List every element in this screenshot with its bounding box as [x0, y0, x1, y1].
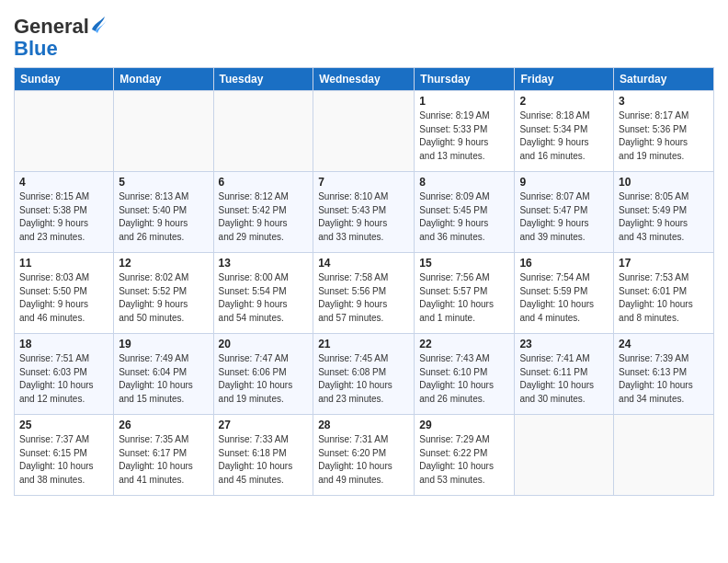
weekday-header-thursday: Thursday: [415, 68, 515, 91]
day-info: Sunrise: 8:02 AM Sunset: 5:52 PM Dayligh…: [119, 271, 208, 325]
calendar-cell: [114, 91, 213, 172]
day-info: Sunrise: 7:33 AM Sunset: 6:18 PM Dayligh…: [219, 433, 309, 487]
day-number: 18: [19, 338, 108, 350]
day-number: 20: [219, 338, 309, 350]
calendar-cell: 1Sunrise: 8:19 AM Sunset: 5:33 PM Daylig…: [415, 91, 515, 172]
day-info: Sunrise: 8:03 AM Sunset: 5:50 PM Dayligh…: [19, 271, 108, 325]
day-info: Sunrise: 7:56 AM Sunset: 5:57 PM Dayligh…: [419, 271, 509, 325]
day-number: 24: [619, 338, 709, 350]
logo-general-text: General: [14, 15, 89, 38]
calendar-cell: [213, 91, 313, 172]
day-number: 28: [318, 419, 409, 431]
calendar-cell: 10Sunrise: 8:05 AM Sunset: 5:49 PM Dayli…: [614, 172, 714, 253]
day-info: Sunrise: 8:12 AM Sunset: 5:42 PM Dayligh…: [219, 190, 309, 244]
logo: General Blue: [14, 13, 107, 60]
calendar-cell: 27Sunrise: 7:33 AM Sunset: 6:18 PM Dayli…: [213, 415, 313, 496]
day-number: 27: [219, 419, 309, 431]
calendar-cell: 26Sunrise: 7:35 AM Sunset: 6:17 PM Dayli…: [114, 415, 213, 496]
day-info: Sunrise: 7:39 AM Sunset: 6:13 PM Dayligh…: [619, 352, 709, 406]
calendar-header-row: SundayMondayTuesdayWednesdayThursdayFrid…: [15, 68, 714, 91]
calendar-week-row: 11Sunrise: 8:03 AM Sunset: 5:50 PM Dayli…: [15, 253, 714, 334]
day-info: Sunrise: 8:07 AM Sunset: 5:47 PM Dayligh…: [519, 190, 609, 244]
calendar-cell: 25Sunrise: 7:37 AM Sunset: 6:15 PM Dayli…: [15, 415, 114, 496]
day-info: Sunrise: 7:37 AM Sunset: 6:15 PM Dayligh…: [19, 433, 108, 487]
day-info: Sunrise: 7:35 AM Sunset: 6:17 PM Dayligh…: [119, 433, 208, 487]
day-number: 23: [519, 338, 609, 350]
calendar-cell: 24Sunrise: 7:39 AM Sunset: 6:13 PM Dayli…: [614, 334, 714, 415]
day-number: 10: [619, 176, 709, 189]
calendar-cell: 11Sunrise: 8:03 AM Sunset: 5:50 PM Dayli…: [15, 253, 114, 334]
weekday-header-tuesday: Tuesday: [213, 68, 313, 91]
day-info: Sunrise: 8:17 AM Sunset: 5:36 PM Dayligh…: [619, 109, 709, 163]
calendar-cell: 16Sunrise: 7:54 AM Sunset: 5:59 PM Dayli…: [515, 253, 614, 334]
calendar-table: SundayMondayTuesdayWednesdayThursdayFrid…: [14, 67, 714, 496]
day-info: Sunrise: 8:10 AM Sunset: 5:43 PM Dayligh…: [318, 190, 409, 244]
calendar-cell: [15, 91, 114, 172]
calendar-cell: 12Sunrise: 8:02 AM Sunset: 5:52 PM Dayli…: [114, 253, 213, 334]
day-number: 9: [519, 176, 609, 189]
calendar-cell: 22Sunrise: 7:43 AM Sunset: 6:10 PM Dayli…: [415, 334, 515, 415]
calendar-cell: 14Sunrise: 7:58 AM Sunset: 5:56 PM Dayli…: [313, 253, 415, 334]
day-number: 19: [119, 338, 208, 350]
day-info: Sunrise: 7:43 AM Sunset: 6:10 PM Dayligh…: [419, 352, 509, 406]
day-number: 6: [219, 176, 309, 189]
day-number: 1: [419, 95, 509, 108]
calendar-week-row: 4Sunrise: 8:15 AM Sunset: 5:38 PM Daylig…: [15, 172, 714, 253]
calendar-cell: 15Sunrise: 7:56 AM Sunset: 5:57 PM Dayli…: [415, 253, 515, 334]
calendar-cell: 5Sunrise: 8:13 AM Sunset: 5:40 PM Daylig…: [114, 172, 213, 253]
calendar-cell: 20Sunrise: 7:47 AM Sunset: 6:06 PM Dayli…: [213, 334, 313, 415]
calendar-week-row: 25Sunrise: 7:37 AM Sunset: 6:15 PM Dayli…: [15, 415, 714, 496]
calendar-cell: 19Sunrise: 7:49 AM Sunset: 6:04 PM Dayli…: [114, 334, 213, 415]
weekday-header-saturday: Saturday: [614, 68, 714, 91]
day-number: 16: [519, 257, 609, 270]
calendar-cell: [313, 91, 415, 172]
day-info: Sunrise: 8:18 AM Sunset: 5:34 PM Dayligh…: [519, 109, 609, 163]
day-number: 14: [318, 257, 409, 270]
day-number: 26: [119, 419, 208, 431]
day-info: Sunrise: 7:45 AM Sunset: 6:08 PM Dayligh…: [318, 352, 409, 406]
day-number: 12: [119, 257, 208, 270]
day-info: Sunrise: 7:41 AM Sunset: 6:11 PM Dayligh…: [519, 352, 609, 406]
calendar-cell: [614, 415, 714, 496]
calendar-cell: 17Sunrise: 7:53 AM Sunset: 6:01 PM Dayli…: [614, 253, 714, 334]
day-number: 7: [318, 176, 409, 189]
day-number: 3: [619, 95, 709, 108]
day-number: 8: [419, 176, 509, 189]
day-info: Sunrise: 8:00 AM Sunset: 5:54 PM Dayligh…: [219, 271, 309, 325]
calendar-week-row: 1Sunrise: 8:19 AM Sunset: 5:33 PM Daylig…: [15, 91, 714, 172]
day-info: Sunrise: 7:47 AM Sunset: 6:06 PM Dayligh…: [219, 352, 309, 406]
calendar-cell: 23Sunrise: 7:41 AM Sunset: 6:11 PM Dayli…: [515, 334, 614, 415]
day-info: Sunrise: 7:31 AM Sunset: 6:20 PM Dayligh…: [318, 433, 409, 487]
logo-bird-icon: [90, 13, 107, 33]
calendar-cell: 28Sunrise: 7:31 AM Sunset: 6:20 PM Dayli…: [313, 415, 415, 496]
day-info: Sunrise: 7:29 AM Sunset: 6:22 PM Dayligh…: [419, 433, 509, 487]
day-number: 5: [119, 176, 208, 189]
calendar-cell: [515, 415, 614, 496]
weekday-header-wednesday: Wednesday: [313, 68, 415, 91]
calendar-cell: 18Sunrise: 7:51 AM Sunset: 6:03 PM Dayli…: [15, 334, 114, 415]
day-info: Sunrise: 7:49 AM Sunset: 6:04 PM Dayligh…: [119, 352, 208, 406]
calendar-cell: 6Sunrise: 8:12 AM Sunset: 5:42 PM Daylig…: [213, 172, 313, 253]
day-info: Sunrise: 8:19 AM Sunset: 5:33 PM Dayligh…: [419, 109, 509, 163]
calendar-cell: 7Sunrise: 8:10 AM Sunset: 5:43 PM Daylig…: [313, 172, 415, 253]
calendar-week-row: 18Sunrise: 7:51 AM Sunset: 6:03 PM Dayli…: [15, 334, 714, 415]
day-info: Sunrise: 8:09 AM Sunset: 5:45 PM Dayligh…: [419, 190, 509, 244]
calendar-cell: 3Sunrise: 8:17 AM Sunset: 5:36 PM Daylig…: [614, 91, 714, 172]
day-info: Sunrise: 8:05 AM Sunset: 5:49 PM Dayligh…: [619, 190, 709, 244]
weekday-header-sunday: Sunday: [15, 68, 114, 91]
day-number: 11: [19, 257, 108, 270]
weekday-header-friday: Friday: [515, 68, 614, 91]
calendar-cell: 29Sunrise: 7:29 AM Sunset: 6:22 PM Dayli…: [415, 415, 515, 496]
calendar-cell: 8Sunrise: 8:09 AM Sunset: 5:45 PM Daylig…: [415, 172, 515, 253]
day-number: 15: [419, 257, 509, 270]
calendar-cell: 21Sunrise: 7:45 AM Sunset: 6:08 PM Dayli…: [313, 334, 415, 415]
calendar-cell: 4Sunrise: 8:15 AM Sunset: 5:38 PM Daylig…: [15, 172, 114, 253]
day-info: Sunrise: 7:51 AM Sunset: 6:03 PM Dayligh…: [19, 352, 108, 406]
day-number: 29: [419, 419, 509, 431]
day-number: 17: [619, 257, 709, 270]
page-header: General Blue: [14, 9, 714, 60]
day-number: 4: [19, 176, 108, 189]
day-number: 13: [219, 257, 309, 270]
day-number: 2: [519, 95, 609, 108]
calendar-cell: 9Sunrise: 8:07 AM Sunset: 5:47 PM Daylig…: [515, 172, 614, 253]
